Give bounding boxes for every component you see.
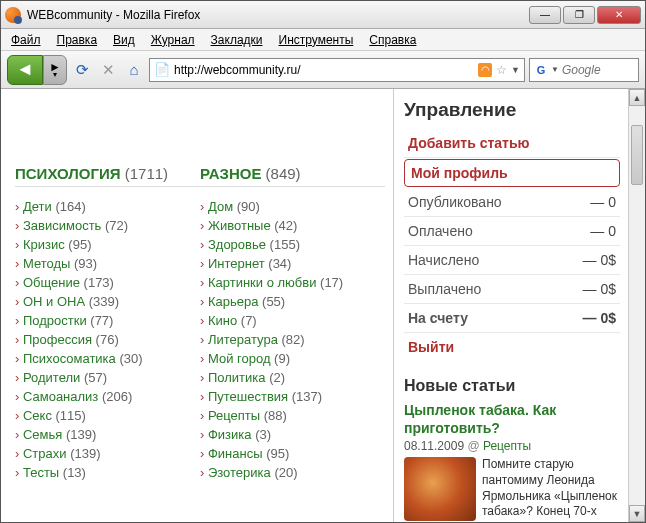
- category-link[interactable]: Тесты: [23, 465, 59, 480]
- my-profile-link[interactable]: Мой профиль: [404, 159, 620, 187]
- category-count: (55): [258, 294, 285, 309]
- column-heading: РАЗНОЕ (849): [200, 165, 385, 187]
- category-item: Дети (164): [15, 197, 200, 216]
- category-link[interactable]: Родители: [23, 370, 80, 385]
- search-input[interactable]: [562, 63, 634, 77]
- category-item: Здоровье (155): [200, 235, 385, 254]
- category-link[interactable]: Рецепты: [208, 408, 260, 423]
- category-link[interactable]: Семья: [23, 427, 62, 442]
- article-tag-link[interactable]: Рецепты: [483, 439, 531, 453]
- category-link[interactable]: Эзотерика: [208, 465, 271, 480]
- stat-value: — 0$: [583, 252, 616, 268]
- close-button[interactable]: ✕: [597, 6, 641, 24]
- category-count: (173): [80, 275, 114, 290]
- menu-help[interactable]: Справка: [363, 31, 422, 49]
- menu-view[interactable]: Вид: [107, 31, 141, 49]
- menu-file[interactable]: Файл: [5, 31, 47, 49]
- menu-bookmarks[interactable]: Закладки: [205, 31, 269, 49]
- maximize-button[interactable]: ❐: [563, 6, 595, 24]
- category-count: (42): [271, 218, 298, 233]
- category-link[interactable]: Картинки о любви: [208, 275, 317, 290]
- scroll-thumb[interactable]: [631, 125, 643, 185]
- category-link[interactable]: Дети: [23, 199, 52, 214]
- category-link[interactable]: Кризис: [23, 237, 65, 252]
- category-link[interactable]: Интернет: [208, 256, 265, 271]
- toolbar: ◄ ► ⟳ ✕ ⌂ 📄 ◠ ☆ ▼ G ▼: [1, 51, 645, 89]
- stat-row: Выплачено— 0$: [404, 275, 620, 304]
- category-link[interactable]: Подростки: [23, 313, 87, 328]
- home-button[interactable]: ⌂: [123, 59, 145, 81]
- scroll-down-button[interactable]: ▼: [629, 505, 645, 522]
- menu-edit[interactable]: Правка: [51, 31, 104, 49]
- reload-button[interactable]: ⟳: [71, 59, 93, 81]
- sidebar: Управление Добавить статью Мой профиль О…: [393, 89, 628, 522]
- search-dropdown-icon[interactable]: ▼: [551, 65, 559, 74]
- category-link[interactable]: Зависимость: [23, 218, 101, 233]
- category-item: Политика (2): [200, 368, 385, 387]
- category-item: Общение (173): [15, 273, 200, 292]
- category-link[interactable]: Политика: [208, 370, 266, 385]
- add-article-link[interactable]: Добавить статью: [404, 129, 620, 158]
- category-item: Карьера (55): [200, 292, 385, 311]
- category-link[interactable]: Литература: [208, 332, 278, 347]
- minimize-button[interactable]: —: [529, 6, 561, 24]
- category-count: (95): [65, 237, 92, 252]
- category-link[interactable]: Здоровье: [208, 237, 266, 252]
- category-link[interactable]: Дом: [208, 199, 233, 214]
- url-bar[interactable]: 📄 ◠ ☆ ▼: [149, 58, 525, 82]
- category-link[interactable]: Самоанализ: [23, 389, 98, 404]
- article-excerpt: Помните старую пантомиму Леонида Ярмольн…: [482, 457, 620, 521]
- google-icon[interactable]: G: [534, 63, 548, 77]
- scroll-up-button[interactable]: ▲: [629, 89, 645, 106]
- category-link[interactable]: Кино: [208, 313, 237, 328]
- category-link[interactable]: Финансы: [208, 446, 263, 461]
- menu-tools[interactable]: Инструменты: [273, 31, 360, 49]
- category-item: Родители (57): [15, 368, 200, 387]
- stop-button[interactable]: ✕: [97, 59, 119, 81]
- category-count: (90): [233, 199, 260, 214]
- category-link[interactable]: Физика: [208, 427, 252, 442]
- article-thumbnail[interactable]: [404, 457, 476, 521]
- category-item: Секс (115): [15, 406, 200, 425]
- category-count: (139): [62, 427, 96, 442]
- category-link[interactable]: ОН и ОНА: [23, 294, 85, 309]
- article-meta: 08.11.2009 @ Рецепты: [404, 439, 620, 453]
- window-title: WEBcommunity - Mozilla Firefox: [27, 8, 529, 22]
- category-link[interactable]: Страхи: [23, 446, 67, 461]
- category-link[interactable]: Профессия: [23, 332, 92, 347]
- category-item: Самоанализ (206): [15, 387, 200, 406]
- site-identity-icon[interactable]: 📄: [154, 62, 170, 77]
- category-link[interactable]: Секс: [23, 408, 52, 423]
- url-dropdown-icon[interactable]: ▼: [511, 65, 520, 75]
- article-date: 08.11.2009: [404, 439, 464, 453]
- category-count: (2): [266, 370, 286, 385]
- category-column-psychology: ПСИХОЛОГИЯ (1711) Дети (164)Зависимость …: [15, 97, 200, 522]
- category-item: Семья (139): [15, 425, 200, 444]
- bookmark-star-icon[interactable]: ☆: [496, 63, 507, 77]
- category-count: (20): [271, 465, 298, 480]
- category-link[interactable]: Психосоматика: [23, 351, 116, 366]
- back-button[interactable]: ◄: [7, 55, 43, 85]
- vertical-scrollbar[interactable]: ▲ ▼: [628, 89, 645, 522]
- titlebar[interactable]: WEBcommunity - Mozilla Firefox — ❐ ✕: [1, 1, 645, 29]
- category-link[interactable]: Животные: [208, 218, 271, 233]
- category-link[interactable]: Мой город: [208, 351, 271, 366]
- forward-button[interactable]: ►: [43, 55, 67, 85]
- article-title-link[interactable]: Цыпленок табака. Как приготовить?: [404, 402, 556, 436]
- category-link[interactable]: Карьера: [208, 294, 259, 309]
- search-bar[interactable]: G ▼: [529, 58, 639, 82]
- category-link[interactable]: Путешествия: [208, 389, 288, 404]
- menu-history[interactable]: Журнал: [145, 31, 201, 49]
- rss-icon[interactable]: ◠: [478, 63, 492, 77]
- category-count: (115): [52, 408, 86, 423]
- category-item: Рецепты (88): [200, 406, 385, 425]
- category-link[interactable]: Методы: [23, 256, 70, 271]
- stat-value: — 0$: [583, 281, 616, 297]
- url-input[interactable]: [174, 63, 474, 77]
- logout-link[interactable]: Выйти: [404, 333, 620, 361]
- category-item: Зависимость (72): [15, 216, 200, 235]
- category-item: Страхи (139): [15, 444, 200, 463]
- tag-icon: @: [467, 439, 479, 453]
- category-link[interactable]: Общение: [23, 275, 80, 290]
- category-item: Мой город (9): [200, 349, 385, 368]
